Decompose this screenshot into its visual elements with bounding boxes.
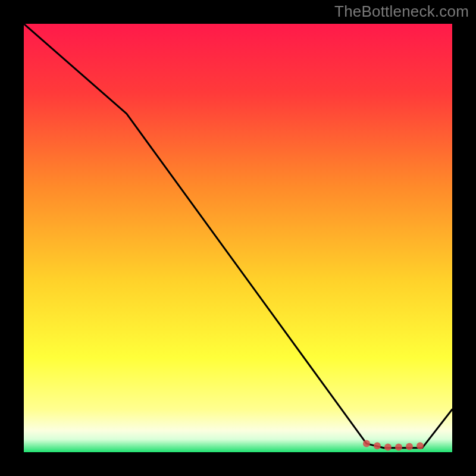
marker-dot (374, 442, 381, 449)
marker-dot (406, 443, 413, 450)
chart-svg (24, 24, 452, 452)
plot-area (24, 24, 452, 452)
gradient-background (24, 24, 452, 452)
attribution-text: TheBottleneck.com (334, 2, 469, 21)
marker-dot (363, 440, 370, 447)
marker-dot (384, 443, 392, 450)
marker-dot (416, 442, 424, 449)
chart-container: TheBottleneck.com (0, 0, 476, 476)
marker-dot (395, 443, 402, 450)
